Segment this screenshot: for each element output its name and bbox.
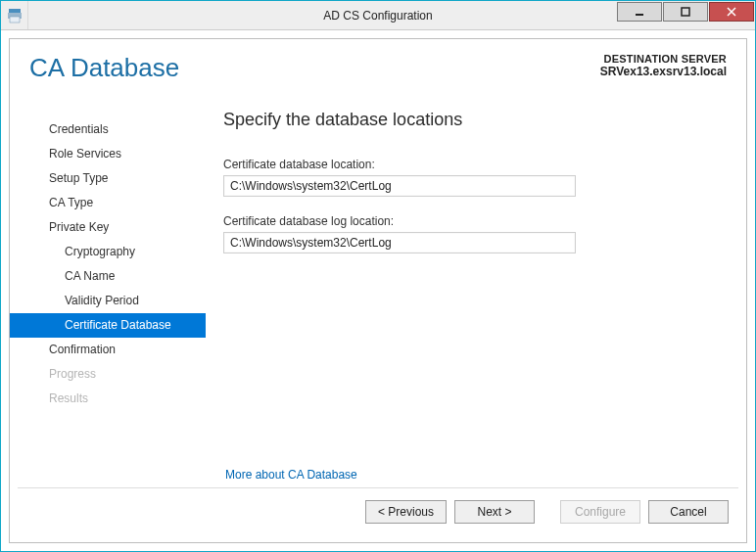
db-location-input[interactable] xyxy=(223,175,576,197)
wizard-step[interactable]: Confirmation xyxy=(10,338,206,362)
close-button[interactable] xyxy=(709,2,754,22)
svg-rect-0 xyxy=(9,9,21,13)
section-title: Specify the database locations xyxy=(223,110,725,130)
db-location-group: Certificate database location: xyxy=(223,158,725,197)
wizard-step[interactable]: Certificate Database xyxy=(10,313,206,338)
svg-rect-4 xyxy=(682,8,689,16)
svg-rect-2 xyxy=(10,17,20,23)
wizard-step[interactable]: CA Type xyxy=(10,191,206,215)
page-title: CA Database xyxy=(29,53,179,83)
db-log-location-label: Certificate database log location: xyxy=(223,214,725,228)
previous-button[interactable]: < Previous xyxy=(365,500,447,524)
main-panel: Specify the database locations Certifica… xyxy=(206,110,746,489)
destination-server-value: SRVex13.exsrv13.local xyxy=(600,65,727,78)
minimize-button[interactable] xyxy=(617,2,662,22)
footer-buttons: < Previous Next > Configure Cancel xyxy=(18,487,738,534)
svg-rect-3 xyxy=(636,14,643,16)
wizard-frame: CA Database DESTINATION SERVER SRVex13.e… xyxy=(1,30,755,551)
app-icon xyxy=(1,1,28,29)
wizard-step[interactable]: Private Key xyxy=(10,215,206,240)
more-about-link[interactable]: More about CA Database xyxy=(225,468,357,482)
window-controls xyxy=(617,1,755,29)
wizard-step[interactable]: Validity Period xyxy=(10,289,206,313)
configure-button[interactable]: Configure xyxy=(560,500,640,524)
next-button[interactable]: Next > xyxy=(454,500,535,524)
wizard-step[interactable]: CA Name xyxy=(10,264,206,289)
destination-server-box: DESTINATION SERVER SRVex13.exsrv13.local xyxy=(600,53,727,83)
header-row: CA Database DESTINATION SERVER SRVex13.e… xyxy=(10,39,746,83)
title-bar: AD CS Configuration xyxy=(1,1,755,30)
wizard-step[interactable]: Cryptography xyxy=(10,240,206,264)
db-log-location-group: Certificate database log location: xyxy=(223,214,725,253)
destination-server-label: DESTINATION SERVER xyxy=(600,53,727,65)
wizard-steps-sidebar: CredentialsRole ServicesSetup TypeCA Typ… xyxy=(10,110,206,489)
wizard-step[interactable]: Credentials xyxy=(10,117,206,142)
db-log-location-input[interactable] xyxy=(223,232,576,253)
maximize-button[interactable] xyxy=(663,2,708,22)
wizard-step[interactable]: Setup Type xyxy=(10,166,206,191)
wizard-step: Progress xyxy=(10,362,206,387)
wizard-inner: CA Database DESTINATION SERVER SRVex13.e… xyxy=(9,38,747,543)
body-row: CredentialsRole ServicesSetup TypeCA Typ… xyxy=(10,110,746,489)
wizard-step[interactable]: Role Services xyxy=(10,142,206,166)
wizard-step: Results xyxy=(10,387,206,411)
cancel-button[interactable]: Cancel xyxy=(648,500,729,524)
db-location-label: Certificate database location: xyxy=(223,158,725,171)
